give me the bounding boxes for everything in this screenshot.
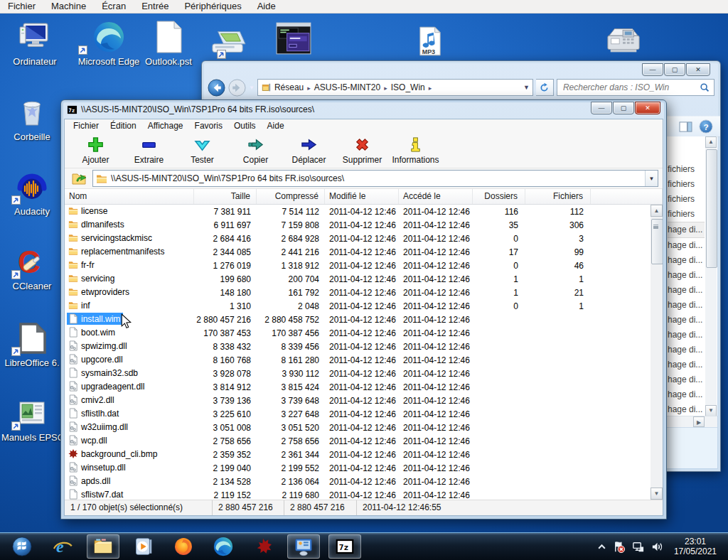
explorer-list-item[interactable]: hage di... [668, 222, 705, 238]
copy-button[interactable]: Copier [229, 134, 282, 167]
explorer-titlebar[interactable]: — ▢ ✕ [202, 61, 720, 77]
taskbar-clock[interactable]: 23:01 17/05/2021 [670, 537, 721, 556]
explorer-list-item[interactable]: hage di... [668, 402, 705, 417]
explorer-minimize-button[interactable]: — [642, 63, 663, 76]
move-button[interactable]: Déplacer [282, 134, 336, 167]
explorer-list-item[interactable]: hage di... [668, 328, 705, 343]
file-name[interactable]: sysmain32.sdb [67, 367, 141, 379]
taskbar-windows-explorer[interactable] [87, 534, 119, 559]
menu-fichier[interactable]: Fichier [68, 119, 105, 133]
breadcrumb-dropdown-icon[interactable]: ▼ [523, 84, 530, 91]
desktop-icon-libreoffice-6[interactable]: LibreOffice 6. [1, 318, 63, 368]
file-name[interactable]: servicingstackmisc [67, 232, 155, 244]
explorer-list-item[interactable]: hage di... [668, 313, 705, 328]
add-button[interactable]: Ajouter [69, 134, 122, 167]
search-input[interactable] [562, 82, 700, 93]
help-icon[interactable]: ? [699, 119, 713, 134]
file-name[interactable]: etwproviders [67, 286, 132, 298]
vm-menu-aide[interactable]: Aide [250, 0, 284, 13]
forward-icon[interactable] [228, 79, 246, 97]
explorer-vertical-scrollbar[interactable]: ▲ ▼ [705, 136, 717, 416]
column-header-acc-d-le[interactable]: Accédé le [399, 189, 473, 204]
desktop-icon-mp3-file[interactable]: MP3 [417, 21, 444, 58]
menu-affichage[interactable]: Affichage [142, 119, 189, 133]
explorer-list-item[interactable]: fichiers [668, 162, 705, 177]
column-header-dossiers[interactable]: Dossiers [473, 189, 525, 204]
explorer-list-item[interactable]: hage di... [668, 298, 705, 313]
file-name[interactable]: boot.wim [67, 326, 118, 338]
scroll-down-icon[interactable]: ▼ [705, 405, 717, 416]
scroll-down-icon[interactable]: ▼ [651, 488, 663, 500]
desktop-icon-fax-machine[interactable] [603, 20, 644, 57]
desktop-icon-corbeille[interactable]: Corbeille [1, 92, 63, 142]
vm-menu-p-riph-riques[interactable]: Périphériques [176, 0, 249, 13]
history-dropdown-icon[interactable]: ▼ [249, 85, 255, 91]
vm-menu-entr-e[interactable]: Entrée [134, 0, 176, 13]
breadcrumb-item-iso-win[interactable]: ISO_Win [391, 82, 425, 92]
taskbar-7zip[interactable]: 7z [328, 534, 361, 559]
file-row[interactable]: upgcore.dll8 160 7688 161 2802011-04-12 … [65, 353, 651, 367]
maximize-button[interactable]: ▢ [613, 102, 634, 114]
explorer-list-item[interactable]: hage di... [668, 372, 705, 387]
minimize-button[interactable]: — [591, 102, 612, 114]
desktop-icon-audacity[interactable]: Audacity [1, 167, 63, 217]
explorer-list-item[interactable]: fichiers [668, 192, 705, 207]
file-name[interactable]: cmiv2.dll [67, 394, 117, 406]
file-name[interactable]: upgcore.dll [67, 353, 126, 365]
file-row[interactable]: sflistlh.dat3 225 6103 227 6482011-04-12… [65, 407, 651, 421]
explorer-close-button[interactable]: ✕ [686, 63, 710, 76]
search-box[interactable] [557, 79, 714, 96]
refresh-button[interactable] [536, 79, 554, 96]
vm-menu-cran[interactable]: Écran [94, 0, 134, 13]
file-row[interactable]: license7 381 9117 514 1122011-04-12 12:4… [65, 205, 651, 218]
file-name[interactable]: apds.dll [67, 475, 113, 487]
file-row[interactable]: sysmain32.sdb3 928 0783 930 1122011-04-1… [65, 367, 651, 380]
file-name[interactable]: replacementmanifests [67, 245, 167, 257]
file-name[interactable]: dlmanifests [67, 218, 127, 230]
taskbar-internet-explorer[interactable]: e [47, 535, 78, 558]
desktop-icon-ordinateur[interactable]: Ordinateur [4, 17, 65, 67]
file-name[interactable]: sflistlh.dat [67, 407, 122, 419]
file-row[interactable]: replacementmanifests2 344 0852 441 21620… [65, 245, 651, 259]
explorer-list-item[interactable]: hage di... [668, 268, 705, 283]
file-row[interactable]: servicing199 680200 7042011-04-12 12:462… [65, 272, 651, 286]
column-header-compress[interactable]: Compressé [257, 189, 325, 204]
action-center-flag-icon[interactable] [612, 540, 626, 554]
file-name[interactable]: fr-fr [67, 259, 97, 271]
taskbar-irfanview[interactable] [247, 535, 279, 558]
test-button[interactable]: Tester [176, 134, 229, 167]
file-name[interactable]: servicing [67, 272, 117, 284]
menu-favoris[interactable]: Favoris [189, 119, 228, 133]
explorer-list-item[interactable]: hage di... [668, 387, 705, 402]
scroll-up-icon[interactable]: ▲ [651, 205, 663, 217]
breadcrumb-item-asus-i5-mint20[interactable]: ASUS-I5-MINT20 [314, 82, 380, 92]
scrollbar-thumb[interactable] [706, 149, 717, 268]
file-name[interactable]: wcp.dll [67, 434, 110, 446]
hidden-icons-arrow-icon[interactable] [597, 542, 606, 551]
file-row[interactable]: dlmanifests6 911 6977 159 8082011-04-12 … [65, 218, 651, 232]
file-row[interactable]: inf1 3102 0482011-04-12 12:462011-04-12 … [65, 299, 651, 313]
desktop-icon-outlook-pst[interactable]: Outlook.pst [135, 17, 202, 67]
file-list-scrollbar[interactable]: ▲ ▼ [651, 205, 663, 500]
explorer-list-item[interactable]: hage di... [668, 253, 705, 268]
desktop-icon-terminal-setup[interactable] [274, 18, 313, 55]
taskbar-firefox[interactable] [168, 535, 199, 558]
column-header-fichiers[interactable]: Fichiers [525, 189, 591, 204]
vm-menu-machine[interactable]: Machine [43, 0, 94, 13]
explorer-list-item[interactable]: hage di... [668, 357, 705, 372]
file-name[interactable]: install.wim [67, 313, 123, 325]
delete-button[interactable]: Supprimer [336, 134, 389, 167]
explorer-list-item[interactable]: hage di... [668, 283, 705, 298]
column-header-modifi-le[interactable]: Modifié le [325, 189, 399, 204]
column-header-taille[interactable]: Taille [194, 189, 257, 204]
file-row[interactable]: wcp.dll2 758 6562 758 6562011-04-12 12:4… [65, 434, 651, 448]
info-button[interactable]: Informations [389, 134, 442, 167]
desktop-icon-ccleaner[interactable]: CCCleaner [1, 242, 63, 291]
file-row[interactable]: spwizimg.dll8 338 4328 339 4562011-04-12… [65, 340, 651, 353]
breadcrumb[interactable]: Réseau▸ASUS-I5-MINT20▸ISO_Win▸ ▼ [257, 79, 533, 96]
file-name[interactable]: upgradeagent.dll [67, 380, 147, 392]
taskbar-edge[interactable] [208, 535, 239, 558]
file-row[interactable]: fr-fr1 276 0191 318 9122011-04-12 12:462… [65, 259, 651, 272]
desktop-icon-scanner[interactable] [207, 21, 250, 58]
sevenzip-titlebar[interactable]: 7z \\ASUS-I5-MINT20\ISO_Win\7SP1Pro 64 b… [61, 100, 666, 117]
